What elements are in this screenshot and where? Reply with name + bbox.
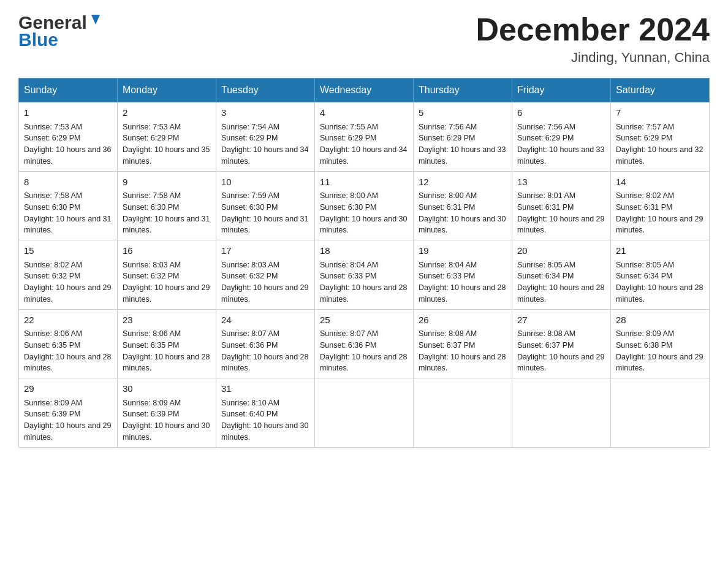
sunset-text: Sunset: 6:36 PM [221,341,278,350]
sunset-text: Sunset: 6:30 PM [123,203,179,212]
sunrise-text: Sunrise: 7:57 AM [616,123,674,131]
calendar-cell: 1Sunrise: 7:53 AMSunset: 6:29 PMDaylight… [19,102,118,172]
day-number: 21 [616,244,704,258]
daylight-text: Daylight: 10 hours and 30 minutes. [320,215,407,235]
calendar-cell [414,378,512,448]
sunset-text: Sunset: 6:38 PM [616,341,672,350]
day-number: 16 [123,244,211,258]
calendar-week-row: 29Sunrise: 8:09 AMSunset: 6:39 PMDayligh… [19,378,710,448]
calendar-cell: 29Sunrise: 8:09 AMSunset: 6:39 PMDayligh… [19,378,118,448]
sunset-text: Sunset: 6:32 PM [24,272,80,280]
calendar-day-header: Tuesday [216,79,315,102]
day-number: 23 [123,313,211,327]
day-number: 6 [517,106,605,120]
day-number: 28 [616,313,704,327]
title-block: December 2024 Jinding, Yunnan, China [476,12,710,66]
sunrise-text: Sunrise: 8:06 AM [24,329,82,338]
calendar-cell: 14Sunrise: 8:02 AMSunset: 6:31 PMDayligh… [611,171,710,240]
daylight-text: Daylight: 10 hours and 36 minutes. [24,145,111,166]
day-number: 11 [320,175,408,190]
daylight-text: Daylight: 10 hours and 30 minutes. [419,215,506,235]
sunset-text: Sunset: 6:31 PM [419,203,475,212]
daylight-text: Daylight: 10 hours and 29 minutes. [123,283,210,304]
calendar-week-row: 15Sunrise: 8:02 AMSunset: 6:32 PMDayligh… [19,240,710,310]
sunset-text: Sunset: 6:34 PM [616,272,672,280]
calendar-cell: 6Sunrise: 7:56 AMSunset: 6:29 PMDaylight… [512,102,611,172]
sunset-text: Sunset: 6:31 PM [517,203,574,212]
calendar-cell: 18Sunrise: 8:04 AMSunset: 6:33 PMDayligh… [315,240,414,310]
sunrise-text: Sunrise: 7:58 AM [123,191,181,200]
day-number: 14 [616,175,704,190]
calendar-cell: 2Sunrise: 7:53 AMSunset: 6:29 PMDaylight… [118,102,216,172]
sunset-text: Sunset: 6:37 PM [419,341,475,350]
sunset-text: Sunset: 6:29 PM [221,134,278,142]
day-number: 7 [616,106,704,120]
daylight-text: Daylight: 10 hours and 34 minutes. [221,145,308,166]
sunrise-text: Sunrise: 8:03 AM [221,261,279,269]
calendar-cell: 25Sunrise: 8:07 AMSunset: 6:36 PMDayligh… [315,309,414,378]
day-number: 4 [320,106,408,120]
calendar-cell [315,378,414,448]
day-number: 12 [419,175,507,190]
day-number: 1 [24,106,112,120]
calendar-cell: 7Sunrise: 7:57 AMSunset: 6:29 PMDaylight… [611,102,710,172]
daylight-text: Daylight: 10 hours and 28 minutes. [221,353,308,373]
daylight-text: Daylight: 10 hours and 29 minutes. [221,283,308,304]
day-number: 29 [24,382,112,396]
sunrise-text: Sunrise: 8:09 AM [616,329,674,338]
day-number: 30 [123,382,211,396]
daylight-text: Daylight: 10 hours and 28 minutes. [320,353,407,373]
calendar-cell: 26Sunrise: 8:08 AMSunset: 6:37 PMDayligh… [414,309,512,378]
calendar-cell: 24Sunrise: 8:07 AMSunset: 6:36 PMDayligh… [216,309,315,378]
calendar-cell [512,378,611,448]
calendar-day-header: Wednesday [315,79,414,102]
calendar-cell: 20Sunrise: 8:05 AMSunset: 6:34 PMDayligh… [512,240,611,310]
sunrise-text: Sunrise: 8:02 AM [616,191,674,200]
sunrise-text: Sunrise: 8:00 AM [419,191,477,200]
calendar-cell: 5Sunrise: 7:56 AMSunset: 6:29 PMDaylight… [414,102,512,172]
calendar-cell: 15Sunrise: 8:02 AMSunset: 6:32 PMDayligh… [19,240,118,310]
logo: General Blue [18,12,102,50]
sunrise-text: Sunrise: 8:05 AM [616,261,674,269]
calendar-week-row: 1Sunrise: 7:53 AMSunset: 6:29 PMDaylight… [19,102,710,172]
sunset-text: Sunset: 6:39 PM [123,410,179,418]
daylight-text: Daylight: 10 hours and 29 minutes. [24,283,111,304]
sunset-text: Sunset: 6:29 PM [24,134,80,142]
calendar-week-row: 22Sunrise: 8:06 AMSunset: 6:35 PMDayligh… [19,309,710,378]
day-number: 25 [320,313,408,327]
daylight-text: Daylight: 10 hours and 35 minutes. [123,145,210,166]
sunrise-text: Sunrise: 8:07 AM [221,329,279,338]
calendar-day-header: Thursday [414,79,512,102]
calendar-day-header: Sunday [19,79,118,102]
calendar-day-header: Friday [512,79,611,102]
sunrise-text: Sunrise: 8:01 AM [517,191,575,200]
sunrise-text: Sunrise: 8:10 AM [221,399,279,407]
sunrise-text: Sunrise: 7:53 AM [24,123,82,131]
sunrise-text: Sunrise: 8:03 AM [123,261,181,269]
day-number: 3 [221,106,309,120]
calendar-cell: 23Sunrise: 8:06 AMSunset: 6:35 PMDayligh… [118,309,216,378]
daylight-text: Daylight: 10 hours and 31 minutes. [221,215,308,235]
sunset-text: Sunset: 6:35 PM [123,341,179,350]
page-subtitle: Jinding, Yunnan, China [476,50,710,66]
daylight-text: Daylight: 10 hours and 28 minutes. [419,353,506,373]
day-number: 26 [419,313,507,327]
daylight-text: Daylight: 10 hours and 28 minutes. [517,283,604,304]
calendar-cell: 9Sunrise: 7:58 AMSunset: 6:30 PMDaylight… [118,171,216,240]
sunrise-text: Sunrise: 7:53 AM [123,123,181,131]
sunset-text: Sunset: 6:33 PM [320,272,376,280]
daylight-text: Daylight: 10 hours and 28 minutes. [24,353,111,373]
calendar-cell: 3Sunrise: 7:54 AMSunset: 6:29 PMDaylight… [216,102,315,172]
sunrise-text: Sunrise: 8:02 AM [24,261,82,269]
page-header: General Blue December 2024 Jinding, Yunn… [18,12,710,66]
calendar-cell: 4Sunrise: 7:55 AMSunset: 6:29 PMDaylight… [315,102,414,172]
sunset-text: Sunset: 6:29 PM [616,134,672,142]
day-number: 9 [123,175,211,190]
sunset-text: Sunset: 6:30 PM [221,203,278,212]
page-title: December 2024 [476,12,710,47]
sunrise-text: Sunrise: 7:59 AM [221,191,279,200]
sunset-text: Sunset: 6:30 PM [24,203,80,212]
calendar-day-header: Saturday [611,79,710,102]
calendar-cell: 16Sunrise: 8:03 AMSunset: 6:32 PMDayligh… [118,240,216,310]
day-number: 27 [517,313,605,327]
